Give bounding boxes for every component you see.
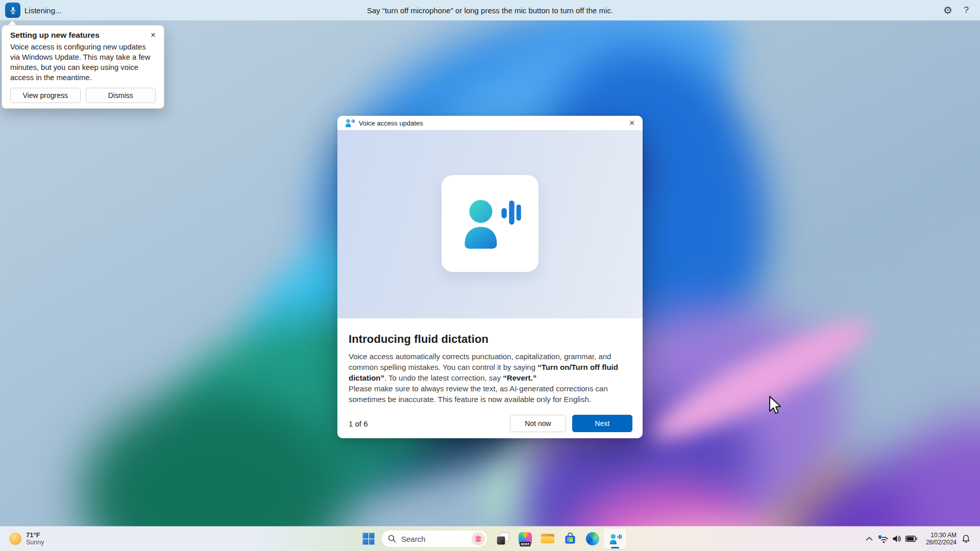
file-explorer-button[interactable] <box>536 529 559 549</box>
microphone-button[interactable] <box>5 3 20 18</box>
tray-time: 10:30 AM <box>923 532 957 539</box>
wifi-shield-icon <box>878 535 889 543</box>
voice-access-illustration <box>442 175 538 272</box>
dialog-heading: Introducing fluid dictation <box>349 333 631 346</box>
dialog-close-icon[interactable]: × <box>625 117 639 129</box>
m365-copilot-button[interactable]: M365 <box>514 529 536 549</box>
bell-icon <box>962 534 970 543</box>
bold-revert-text: “Revert.” <box>503 373 536 382</box>
taskbar: 71°F Sunny Search <box>0 527 980 551</box>
chevron-up-icon <box>866 537 873 541</box>
weather-widget[interactable]: 71°F Sunny <box>6 527 47 551</box>
pagination-indicator: 1 of 6 <box>349 419 368 428</box>
show-hidden-icons-button[interactable] <box>863 529 876 549</box>
desktop: Listening... Say “turn off microphone” o… <box>0 0 980 551</box>
not-now-button[interactable]: Not now <box>510 415 566 432</box>
popup-callout-arrow <box>8 20 16 25</box>
setup-features-popup: Setting up new features × Voice access i… <box>2 25 164 109</box>
voice-access-bar: Listening... Say “turn off microphone” o… <box>0 0 980 20</box>
help-icon[interactable]: ? <box>964 0 969 20</box>
listening-status: Listening... <box>24 0 62 20</box>
dialog-titlebar: Voice access updates × <box>337 116 643 130</box>
dialog-body-paragraph-2: Please make sure to always review the te… <box>349 383 631 405</box>
mouse-cursor <box>769 396 782 415</box>
speaker-icon <box>892 535 901 543</box>
voice-access-icon <box>345 118 355 128</box>
file-explorer-icon <box>541 533 555 545</box>
dialog-body-paragraph-1: Voice access automatically corrects punc… <box>349 351 631 383</box>
sunny-weather-icon <box>9 533 21 545</box>
weather-condition: Sunny <box>26 539 44 546</box>
next-button[interactable]: Next <box>572 415 632 432</box>
popup-close-icon[interactable]: × <box>148 30 159 41</box>
voice-access-app-button[interactable] <box>604 529 626 549</box>
search-input[interactable]: Search <box>381 530 487 547</box>
volume-button[interactable] <box>890 529 903 549</box>
task-view-icon <box>496 532 509 545</box>
voicebar-hint-message: Say “turn off microphone” or long press … <box>367 0 613 20</box>
microsoft-store-button[interactable] <box>559 529 581 549</box>
dialog-illustration-area <box>337 130 643 318</box>
task-view-button[interactable] <box>492 529 514 549</box>
microphone-icon <box>9 6 17 15</box>
battery-icon <box>905 536 917 542</box>
network-vpn-button[interactable] <box>876 529 890 549</box>
dialog-title: Voice access updates <box>359 119 423 127</box>
clock[interactable]: 10:30 AM 28/02/2024 <box>923 532 957 546</box>
search-highlight-lotus-icon <box>472 532 485 545</box>
voice-access-taskbar-icon <box>608 533 622 545</box>
weather-temperature: 71°F <box>26 531 44 539</box>
voice-access-person-icon <box>459 196 521 251</box>
start-button[interactable] <box>359 529 378 549</box>
microsoft-store-icon <box>564 532 577 545</box>
windows-logo-icon <box>362 533 375 545</box>
popup-title: Setting up new features <box>10 30 156 41</box>
view-progress-button[interactable]: View progress <box>10 88 81 103</box>
search-label: Search <box>401 535 472 543</box>
search-icon <box>388 535 396 543</box>
tray-date: 28/02/2024 <box>923 539 957 546</box>
voice-access-updates-dialog: Voice access updates × Introducin <box>337 116 643 438</box>
popup-body-text: Voice access is configuring new updates … <box>10 42 156 83</box>
running-app-indicator <box>611 547 619 548</box>
settings-gear-icon[interactable]: ⚙ <box>943 0 952 20</box>
m365-badge: M365 <box>520 542 530 546</box>
microsoft-edge-icon <box>586 532 599 545</box>
battery-button[interactable] <box>903 529 919 549</box>
microsoft-edge-button[interactable] <box>581 529 604 549</box>
m365-copilot-icon: M365 <box>519 532 532 545</box>
dismiss-button[interactable]: Dismiss <box>86 88 156 103</box>
notifications-button[interactable] <box>959 529 973 549</box>
